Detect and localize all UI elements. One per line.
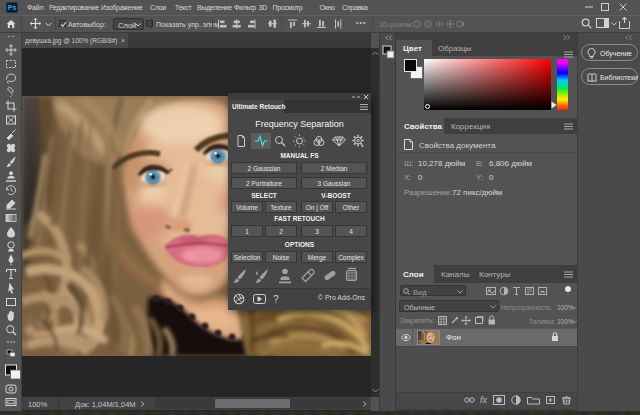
- svg-text:?: ?: [273, 294, 279, 305]
- svg-text:fx: fx: [480, 395, 488, 405]
